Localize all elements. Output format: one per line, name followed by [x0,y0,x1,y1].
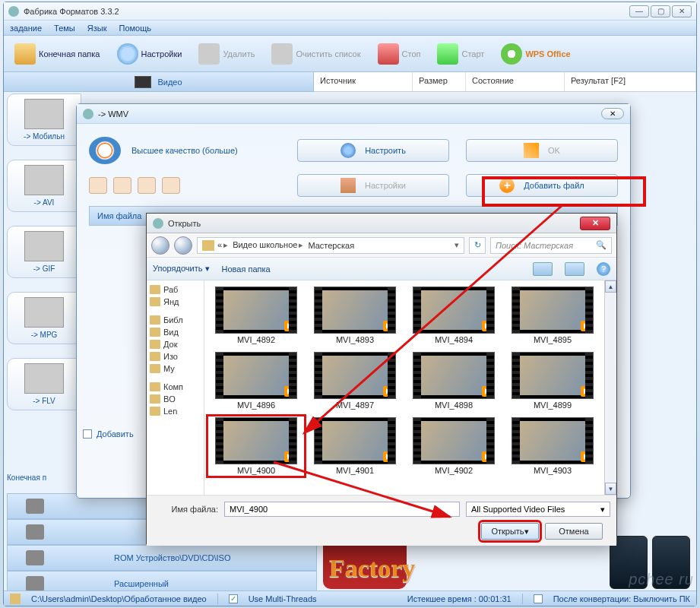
quality-link[interactable]: Высшее качество (больше) [131,146,238,155]
delete-button[interactable]: Удалить [192,40,261,68]
delete-icon [198,43,220,65]
tree-item[interactable]: Раб [148,283,202,296]
multi-threads-checkbox[interactable]: ✓ [229,594,238,603]
file-filter-dropdown[interactable]: All Supported Video Files▾ [466,502,610,517]
stop-button[interactable]: Стоп [372,40,427,68]
tree-item[interactable]: Му [148,363,202,375]
crop-icon[interactable] [113,177,131,194]
tree-item[interactable]: Комп [148,381,202,393]
dest-path-cut: Конечная п [7,473,46,482]
folder-icon [150,394,160,404]
wmv-close-button[interactable]: ✕ [601,108,624,119]
play-overlay-icon [284,386,295,397]
tree-item[interactable]: BO [148,393,202,405]
tree-item[interactable]: Вид [148,326,202,338]
scroll-up-button[interactable]: ▲ [605,280,616,293]
scroll-down-button[interactable]: ▼ [605,483,616,495]
fmt-gif[interactable]: -> GIF [7,226,81,278]
settings-button[interactable]: Настройки [111,40,188,68]
col-result: Результат [F2] [565,72,696,91]
new-folder-button[interactable]: Новая папка [222,264,271,274]
file-thumbnail[interactable]: MVI_4894 [405,285,502,346]
start-icon [437,43,458,65]
filename-input[interactable]: MVI_4900 [224,502,460,517]
file-thumbnail[interactable]: MVI_4898 [405,350,502,411]
menu-lang[interactable]: Язык [87,24,107,33]
menu-themes[interactable]: Темы [54,24,75,33]
statusbar: C:\Users\admin\Desktop\Обработанное виде… [4,591,696,606]
dest-folder-button[interactable]: Конечная папка [8,40,106,68]
format-sidebar: -> Мобильн -> AVI -> GIF -> MPG -> FLV [7,93,81,410]
scrollbar[interactable]: ▲ ▼ [604,280,616,495]
play-overlay-icon [482,386,493,397]
settings-button-dlg[interactable]: Настройки [297,174,449,197]
play-icon[interactable] [138,177,156,194]
file-thumbnail[interactable]: MVI_4899 [504,350,601,411]
tree-item[interactable]: Док [148,338,202,350]
tab-video[interactable]: Видео [4,72,314,92]
refresh-button[interactable]: ↻ [469,237,486,254]
view-mode-button[interactable] [533,262,553,276]
menu-help[interactable]: Помощь [119,24,151,33]
minimize-button[interactable]: — [629,5,649,17]
open-close-button[interactable]: ✕ [580,217,610,230]
film-icon [135,76,151,88]
breadcrumb[interactable]: « Видео школьное Мастерская ▾ [197,237,464,254]
organize-menu[interactable]: Упорядочить ▾ [153,264,210,274]
file-list: MVI_4892MVI_4893MVI_4894MVI_4895MVI_4896… [204,280,616,495]
configure-button[interactable]: Настроить [297,139,449,162]
file-thumbnail[interactable]: MVI_4892 [207,285,305,346]
menu-task[interactable]: задание [10,24,42,33]
file-thumbnail[interactable]: MVI_4903 [504,416,601,477]
folder-icon [202,240,214,251]
clear-icon [271,43,293,65]
folder-tree[interactable]: РабЯндБиблВидДокИзоМуКомпBOLen [147,280,204,495]
fmt-mpg[interactable]: -> MPG [7,292,81,344]
info-icon[interactable] [162,177,180,194]
fmt-avi[interactable]: -> AVI [7,160,81,212]
play-overlay-icon [284,451,295,462]
tree-item[interactable]: Len [148,405,202,417]
play-overlay-icon [581,386,591,397]
breadcrumb-p2[interactable]: Мастерская [308,241,354,250]
tree-item[interactable]: Библ [148,314,202,326]
nav-forward-button[interactable] [174,236,192,255]
file-thumbnail[interactable]: MVI_4896 [207,350,305,411]
start-button[interactable]: Старт [431,40,490,68]
play-overlay-icon [383,386,394,397]
tree-item[interactable]: Изо [148,350,202,363]
add-folder-link[interactable]: Добавить [83,429,134,439]
fmt-flv[interactable]: -> FLV [7,358,81,410]
fmt-mobile[interactable]: -> Мобильн [7,93,81,146]
file-thumbnail[interactable]: MVI_4895 [504,285,601,346]
file-thumbnail[interactable]: MVI_4902 [405,416,502,477]
close-button[interactable]: ✕ [672,5,692,17]
file-thumbnail[interactable]: MVI_4901 [306,416,404,477]
folder-icon [150,382,160,391]
help-button[interactable]: ? [597,262,610,276]
configure-icon [340,143,356,158]
file-thumbnail[interactable]: MVI_4897 [306,350,404,411]
disc-icon [26,550,44,565]
wps-button[interactable]: WPS Office [495,40,576,68]
ok-button[interactable]: OK [466,139,618,162]
cancel-button[interactable]: Отмена [545,523,603,540]
folder-icon [150,315,160,325]
range-icon[interactable] [89,177,107,194]
play-overlay-icon [383,321,394,331]
folder-icon [150,364,160,373]
clear-list-button[interactable]: Очистить список [265,40,366,68]
maximize-button[interactable]: ▢ [651,5,670,17]
file-thumbnail[interactable]: MVI_4900 [207,416,305,477]
preview-pane-button[interactable] [565,262,584,276]
file-thumbnail[interactable]: MVI_4893 [306,285,404,346]
after-convert-checkbox[interactable] [534,594,543,603]
tab-rom[interactable]: ROM Устройство\DVD\CD\ISO [7,545,317,571]
flv-icon [24,363,64,394]
open-button[interactable]: Открыть ▾ [481,523,539,540]
add-file-button[interactable]: Добавить файл [466,174,618,197]
search-input[interactable]: Поиск: Мастерская🔍 [490,237,612,254]
breadcrumb-p1[interactable]: Видео школьное [233,240,305,250]
nav-back-button[interactable] [151,236,169,255]
tree-item[interactable]: Янд [148,296,202,308]
